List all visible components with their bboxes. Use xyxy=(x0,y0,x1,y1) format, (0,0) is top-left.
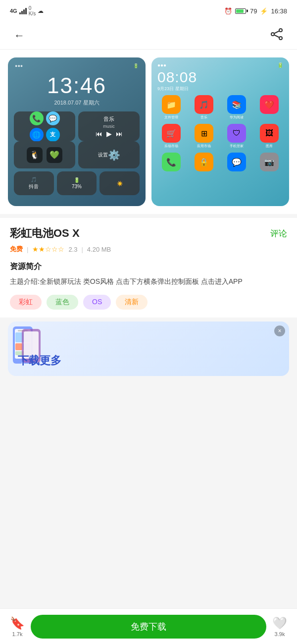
time-display: 16:38 xyxy=(271,7,287,15)
heart-icon: 🤍 xyxy=(272,616,287,630)
svg-point-1 xyxy=(279,29,282,32)
play-icon: ▶ xyxy=(106,130,112,138)
tiktok-cell: 🎵 抖音 xyxy=(14,171,54,195)
battery-cell: 🔋 73% xyxy=(57,171,97,195)
home-battery-mini: 🔋 xyxy=(277,62,283,68)
prev-icon: ⏮ xyxy=(96,130,102,138)
cc-qq-wechat: 🐧 💚 xyxy=(14,141,75,168)
rating-number: 2.3 xyxy=(68,246,77,253)
battery-icon xyxy=(235,8,246,14)
screenshot-right: ●●● 🔋 08:08 9月23日 星期日 📁 文件管理 🎵 音乐 📚 华为阅读 xyxy=(151,57,289,206)
screenshots-section: ●●● 🔋 13:46 2018.07.07 星期六 📞 💬 🌐 支 xyxy=(0,50,297,214)
svg-point-2 xyxy=(279,37,282,40)
app-icon-music: 🎵 音乐 xyxy=(189,95,219,120)
signal-icon xyxy=(19,7,27,14)
brightness-icon: ☀️ xyxy=(117,181,123,186)
app-title: 彩虹电池OS X xyxy=(10,226,80,241)
app-icon-gallery: 🖼 图库 xyxy=(254,124,284,149)
network-label: 4G xyxy=(10,8,17,14)
bottom-bar: 🔖 1.7k 免费下载 🤍 3.9k xyxy=(0,608,297,644)
tag-os[interactable]: OS xyxy=(83,295,111,310)
home-time: 08:08 xyxy=(155,69,285,86)
cc-contacts-cell: 📞 💬 🌐 支 xyxy=(14,111,75,141)
file-size: 4.20 MB xyxy=(87,246,111,253)
status-left: 4G 0K/s ☁ xyxy=(10,5,44,16)
globe-icon: 🌐 xyxy=(30,128,44,142)
alipay-icon: 支 xyxy=(46,128,60,142)
meta-divider1: | xyxy=(27,246,28,253)
svg-point-0 xyxy=(271,33,274,36)
share-button[interactable] xyxy=(266,24,287,47)
home-signal: ●●● xyxy=(157,62,166,68)
lock-battery-mini: 🔋 xyxy=(133,63,139,68)
app-icon-messages: 💬 xyxy=(222,153,251,172)
app-info-section: 彩虹电池OS X 评论 免费 | ★★☆☆☆ 2.3 | 4.20 MB 资源简… xyxy=(0,218,297,318)
cc-icons-grid: 📞 💬 🌐 支 xyxy=(30,111,60,142)
banner-ad: 下载更多 × xyxy=(8,322,289,376)
app-title-row: 彩虹电池OS X 评论 xyxy=(10,226,287,241)
app-icon-filemgr: 📁 文件管理 xyxy=(156,95,186,120)
music-cell: 音乐 music ⏮ ▶ ⏭ xyxy=(78,111,140,141)
download-button[interactable]: 免费下载 xyxy=(31,615,266,639)
settings-label: 设置 xyxy=(98,152,108,159)
wechat-icon: 💚 xyxy=(47,147,62,163)
brightness-cell: ☀️ xyxy=(99,171,140,195)
app-icon-camera: 📷 xyxy=(254,153,284,172)
lock-signal: ●●● xyxy=(15,63,23,68)
status-right: ⏰ 79 ⚡ 16:38 xyxy=(224,7,287,15)
cc-settings: 设置 ⚙️ xyxy=(78,141,140,168)
heart-count: 3.9k xyxy=(275,631,285,637)
app-icon-lock: 🔒 xyxy=(189,153,219,172)
status-bar: 4G 0K/s ☁ ⏰ 79 ⚡ 16:38 xyxy=(0,0,297,22)
app-grid-row1: 📁 文件管理 🎵 音乐 📚 华为阅读 ❤️ xyxy=(155,94,285,121)
bookmark-button[interactable]: 🔖 1.7k xyxy=(10,616,25,637)
next-icon: ⏭ xyxy=(116,130,123,138)
svg-rect-9 xyxy=(15,343,22,350)
message-icon: 💬 xyxy=(46,111,60,125)
app-icon-mgr: 🛡 手机管家 xyxy=(222,124,251,149)
cc-row2: 🐧 💚 设置 ⚙️ xyxy=(14,141,140,168)
control-center: 📞 💬 🌐 支 音乐 music ⏮ ▶ ⏭ xyxy=(14,111,140,141)
bookmark-icon: 🔖 xyxy=(10,616,25,630)
app-icon-appstore: ⊞ 应用市场 xyxy=(189,124,219,149)
app-icon-shop: 🛒 乐场市场 xyxy=(156,124,186,149)
music-label-cn: 音乐 xyxy=(103,115,114,123)
tags-row: 彩虹 蓝色 OS 清新 xyxy=(10,295,287,310)
svg-line-4 xyxy=(274,35,279,38)
app-icon-reading: 📚 华为阅读 xyxy=(222,95,251,120)
settings-icon: ⚙️ xyxy=(108,149,120,161)
meta-divider2: | xyxy=(81,246,83,253)
review-button[interactable]: 评论 xyxy=(270,228,287,239)
star-rating: ★★☆☆☆ xyxy=(32,245,64,253)
nav-bar: ← xyxy=(0,22,297,50)
home-date: 9月23日 星期日 xyxy=(155,86,285,92)
screenshot-left: ●●● 🔋 13:46 2018.07.07 星期六 📞 💬 🌐 支 xyxy=(8,57,146,206)
bookmark-count: 1.7k xyxy=(12,631,23,637)
battery-display-icon: 🔋 xyxy=(74,177,80,183)
battery-pct: 73% xyxy=(72,184,82,189)
tag-caihong[interactable]: 彩虹 xyxy=(10,295,42,310)
phone-icon: 📞 xyxy=(30,111,44,125)
back-button[interactable]: ← xyxy=(10,25,29,46)
heart-button[interactable]: 🤍 3.9k xyxy=(272,616,287,637)
battery-percent: 79 xyxy=(250,7,257,15)
app-grid-row2: 🛒 乐场市场 ⊞ 应用市场 🛡 手机管家 🖼 图库 xyxy=(155,123,285,150)
weather-icon: ☁ xyxy=(38,7,44,14)
qq-icon: 🐧 xyxy=(27,147,43,163)
alarm-icon: ⏰ xyxy=(224,7,232,15)
description-title: 资源简介 xyxy=(10,262,287,272)
tiktok-icon: 🎵 xyxy=(31,177,37,182)
app-meta: 免费 | ★★☆☆☆ 2.3 | 4.20 MB xyxy=(10,245,287,254)
lock-date: 2018.07.07 星期六 xyxy=(14,99,140,107)
banner-text: 下载更多 xyxy=(18,353,61,368)
free-tag: 免费 xyxy=(10,245,23,254)
cc-bottom-row: 🎵 抖音 🔋 73% ☀️ xyxy=(14,171,140,195)
app-icon-phone: 📞 xyxy=(156,153,186,172)
tiktok-label: 抖音 xyxy=(29,183,39,190)
music-controls: ⏮ ▶ ⏭ xyxy=(96,130,123,138)
app-grid-row3: 📞 🔒 💬 📷 xyxy=(155,152,285,173)
banner-close-button[interactable]: × xyxy=(274,325,285,336)
tag-qingxin[interactable]: 清新 xyxy=(116,295,148,310)
tag-lanse[interactable]: 蓝色 xyxy=(47,295,78,310)
lightning-icon: ⚡ xyxy=(260,7,268,15)
